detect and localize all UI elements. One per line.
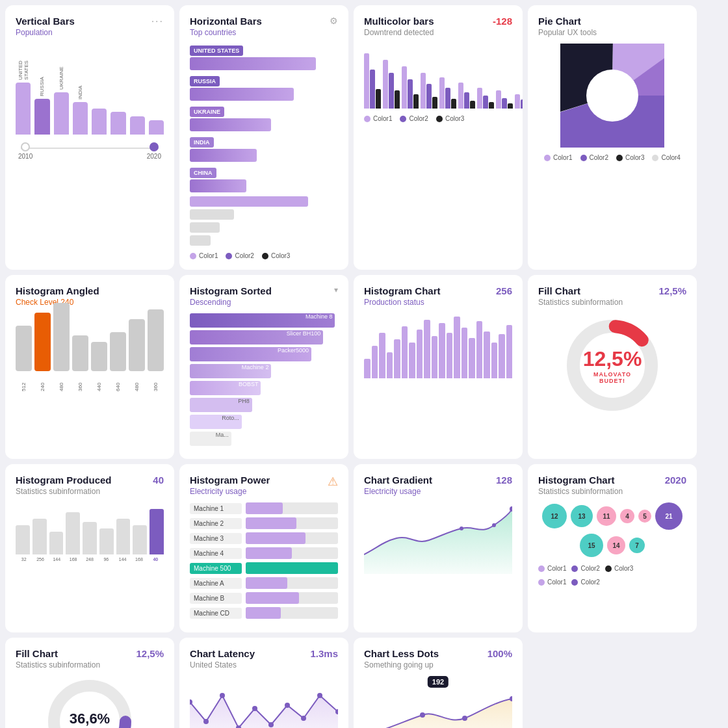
vbar-label: INDIA (77, 60, 83, 99)
hbar-track (190, 209, 234, 220)
tooltip: 192 (428, 676, 448, 688)
sorted-bar-item: Packer5000 (190, 347, 338, 361)
legend-label: Color4 (661, 154, 680, 161)
bubble: 7 (629, 538, 645, 553)
color-legend: Color1 Color2 Color3 (364, 115, 512, 122)
bubble: 11 (597, 506, 616, 526)
horizontal-bars-card: Horizontal Bars Top countries ⚙ UNITED S… (179, 5, 348, 270)
svg-point-22 (420, 712, 425, 718)
fill-chart-small-card: Fill Chart Statistics subinformation 12,… (5, 638, 174, 728)
arrow-down-icon[interactable]: ▾ (334, 285, 338, 294)
power-bar-item-active[interactable]: Machine 500 (190, 562, 338, 574)
multibar-group (477, 88, 494, 109)
svg-point-23 (462, 716, 467, 721)
legend-label: Color2 (409, 115, 428, 122)
vbar-rect (73, 102, 88, 135)
svg-point-20 (317, 693, 322, 698)
multibar-group (496, 90, 513, 109)
multicolor-header: Multicolor bars Downtrend detected -128 (364, 16, 512, 37)
legend-item: Color3 (262, 252, 290, 259)
legend-dot (226, 253, 232, 259)
vbar-rect (34, 99, 49, 135)
legend-dot (262, 253, 268, 259)
donut-pct: 36,6% (69, 710, 110, 727)
multicolor-subtitle: Downtrend detected (364, 28, 434, 37)
chart-latency-card: Chart Latency United States 1.3ms (179, 638, 348, 728)
vbar-item: UKRAINE (54, 51, 69, 135)
histogram-production-card: Histogram Chart Production status 256 (354, 275, 523, 459)
hbar-label: CHINA (190, 168, 216, 178)
chart-less-dots-card: Chart Less Dots Something going up 100% … (354, 638, 523, 728)
fill-donut: 12,5% MALOVATO BUDET! (560, 313, 664, 417)
hbar-track (190, 235, 211, 246)
multicolor-chart (364, 44, 512, 109)
fill-right-pct: 12,5% (583, 347, 642, 371)
timeline-label: 2020 (147, 153, 161, 160)
latency-header: Chart Latency United States 1.3ms (190, 648, 338, 670)
vertical-bars-card: Vertical Bars Population ··· UNITED STAT… (5, 5, 174, 270)
legend-label: Color3 (625, 154, 644, 161)
sorted-title: Histogram Sorted (190, 285, 272, 296)
produced-title: Histogram Produced (16, 474, 112, 486)
hbar-unlabeled (190, 196, 338, 207)
fill-right-chart: 12,5% MALOVATO BUDET! (538, 313, 686, 417)
legend-label: Color1 (373, 115, 392, 122)
histogram-angled-card: Histogram Angled Check Level 240 512 240… (5, 275, 174, 459)
hbar-unlabeled (190, 235, 338, 246)
vbar-rect (130, 116, 145, 135)
sorted-bar-item: BOBST (190, 381, 338, 395)
multibar-group (515, 94, 523, 109)
hist-br-legend: Color1 Color2 Color3 (538, 565, 686, 572)
sorted-bar-item: Ma... (190, 432, 338, 446)
fill-small-subtitle: Statistics subinformation (16, 660, 100, 670)
histogram-chart-br-card: Histogram Chart Statistics subinformatio… (528, 464, 697, 632)
bubble: 21 (655, 502, 682, 530)
angled-chart: 512 240 480 360 440 640 (16, 313, 164, 391)
svg-point-13 (203, 719, 209, 724)
settings-icon[interactable]: ⚙ (330, 16, 338, 26)
less-dots-subtitle: Something going up (364, 660, 439, 670)
pie-header: Pie Chart Popular UX tools (538, 16, 686, 37)
bubble: 14 (607, 536, 625, 554)
vbar-rect (16, 83, 31, 135)
legend-item: Color3 (616, 154, 644, 161)
power-header: Histogram Power Electricity usage ⚠ (190, 474, 338, 496)
sorted-bar-item: PH8 (190, 398, 338, 412)
produced-chart (16, 502, 164, 554)
legend-item: Color4 (652, 154, 680, 161)
multicolor-bars-card: Multicolor bars Downtrend detected -128 (354, 5, 523, 270)
less-dots-title: Chart Less Dots (364, 648, 439, 659)
hist-br-legend2: Color1 Color2 (538, 578, 686, 586)
legend-item: Color1 (190, 252, 218, 259)
horizontal-bars-header: Horizontal Bars Top countries ⚙ (190, 16, 338, 37)
hbar-item: INDIA (190, 135, 338, 162)
timeline-item-2020[interactable]: 2020 (147, 142, 161, 160)
vbar-label: UKRAINE (58, 51, 64, 90)
vbar-rect (110, 112, 125, 135)
legend-dot (190, 253, 196, 259)
hbar-label: INDIA (190, 137, 214, 148)
legend-item: Color1 (538, 578, 566, 586)
hbar-item: CHINA (190, 166, 338, 192)
vertical-bars-subtitle: Population (16, 28, 75, 37)
vbar-item (149, 79, 164, 135)
multibar-group (383, 60, 400, 109)
legend-item: Color2 (571, 565, 599, 572)
vbar-label: UNITED STATES (18, 41, 29, 80)
svg-point-19 (301, 716, 306, 721)
power-bar-item: Machine 2 (190, 517, 338, 529)
hbar-item: RUSSIA (190, 74, 338, 101)
sorted-bar-item: Machine 2 (190, 364, 338, 378)
timeline-item-2010[interactable]: 2010 (18, 142, 32, 160)
vertical-bars-chart: UNITED STATES RUSSIA UKRAINE INDIA (16, 44, 164, 135)
pie-chart-card: Pie Chart Popular UX tools Color1 Color2 (528, 5, 697, 270)
more-options-icon[interactable]: ··· (151, 16, 164, 27)
sorted-bar-item: Machine 8 (190, 313, 338, 328)
power-chart: Machine 1 Machine 2 Machine 3 Machine 4 … (190, 502, 338, 619)
fill-right-title: Fill Chart (538, 285, 623, 296)
vbar-item: RUSSIA (34, 57, 49, 135)
legend-label: Color1 (553, 154, 572, 161)
legend-item: Color1 (364, 115, 392, 122)
power-bar-item: Machine A (190, 577, 338, 589)
hbar-unlabeled (190, 222, 338, 233)
